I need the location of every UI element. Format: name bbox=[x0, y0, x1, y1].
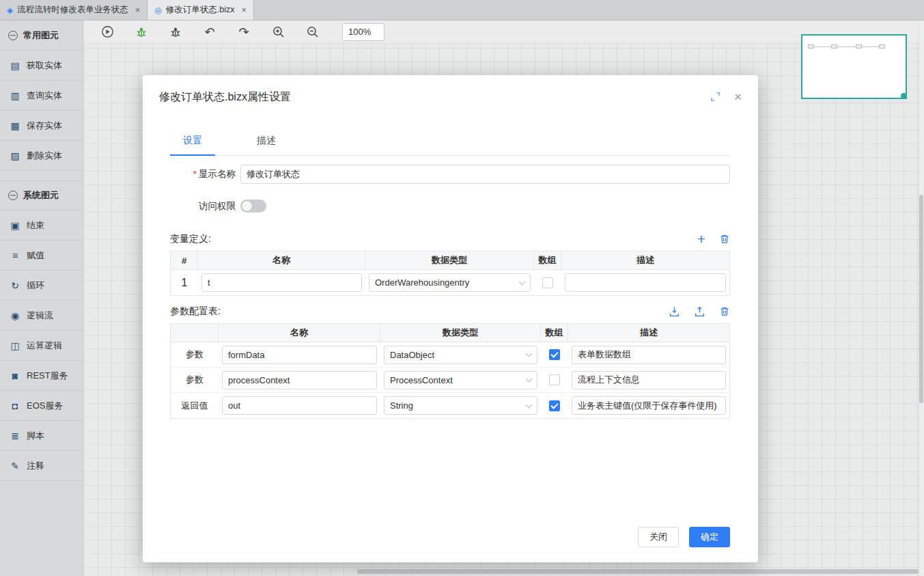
minimap[interactable] bbox=[801, 34, 907, 99]
debug-dark-icon[interactable] bbox=[169, 25, 182, 39]
tab-description[interactable]: 描述 bbox=[244, 135, 289, 155]
param-array-checkbox[interactable] bbox=[549, 374, 560, 385]
palette-item-logicflow[interactable]: ◉ 逻辑流 bbox=[0, 301, 83, 331]
tab-label: 流程流转时修改表单业务状态 bbox=[17, 4, 128, 16]
param-name-input[interactable] bbox=[222, 346, 377, 364]
param-kind: 返回值 bbox=[171, 393, 219, 418]
palette-item-comment[interactable]: ✎ 注释 bbox=[0, 451, 83, 481]
param-desc-input[interactable] bbox=[572, 371, 726, 389]
palette-item-calc-logic[interactable]: ◫ 运算逻辑 bbox=[0, 331, 83, 361]
col-name: 名称 bbox=[219, 324, 380, 342]
row-index: 1 bbox=[171, 270, 198, 295]
palette-item-query-entity[interactable]: ▥ 查询实体 bbox=[0, 81, 83, 111]
variables-table: # 名称 数据类型 数组 描述 1 OrderWarehousingentry bbox=[170, 251, 730, 296]
palette-label: 赋值 bbox=[27, 249, 44, 262]
palette-item-assign[interactable]: ≡ 赋值 bbox=[0, 241, 83, 271]
param-array-checkbox[interactable] bbox=[549, 400, 560, 411]
group-label: 常用图元 bbox=[23, 29, 59, 42]
params-table: 名称 数据类型 数组 描述 参数 DataObject bbox=[170, 323, 730, 419]
variables-label: 变量定义: bbox=[170, 233, 211, 245]
variables-table-header: # 名称 数据类型 数组 描述 bbox=[171, 251, 729, 270]
editor-tabbar: ◈ 流程流转时修改表单业务状态 × ◎ 修改订单状态.bizx × bbox=[0, 0, 924, 20]
param-kind: 参数 bbox=[171, 342, 219, 367]
close-button[interactable]: 关闭 bbox=[638, 527, 679, 547]
params-table-header: 名称 数据类型 数组 描述 bbox=[171, 324, 729, 342]
palette-item-end[interactable]: ▣ 结束 bbox=[0, 210, 83, 241]
dialog-footer: 关闭 确定 bbox=[638, 527, 730, 547]
variable-name-input[interactable] bbox=[201, 273, 362, 292]
param-desc-input[interactable] bbox=[572, 396, 726, 415]
display-name-row: *显示名称 bbox=[170, 165, 730, 184]
required-mark: * bbox=[193, 169, 197, 179]
param-type-select[interactable]: ProcessContext bbox=[384, 371, 537, 389]
param-name-input[interactable] bbox=[222, 396, 377, 415]
ok-button[interactable]: 确定 bbox=[689, 527, 730, 547]
logicflow-icon: ◉ bbox=[10, 311, 20, 320]
group-label: 系统图元 bbox=[23, 189, 59, 202]
palette-group-common[interactable]: 常用图元 bbox=[0, 20, 83, 51]
zoom-level-field[interactable]: 100% bbox=[342, 23, 384, 41]
display-name-input[interactable] bbox=[240, 165, 730, 184]
variable-type-select[interactable]: OrderWarehousingentry bbox=[369, 273, 531, 292]
tab-settings[interactable]: 设置 bbox=[170, 135, 215, 155]
palette-label: 注释 bbox=[27, 460, 44, 472]
redo-icon[interactable]: ↷ bbox=[237, 25, 251, 39]
palette-group-system[interactable]: 系统图元 bbox=[0, 180, 83, 210]
params-label: 参数配置表: bbox=[170, 305, 221, 318]
palette-item-loop[interactable]: ↻ 循环 bbox=[0, 271, 83, 301]
palette-item-save-entity[interactable]: ▦ 保存实体 bbox=[0, 111, 83, 141]
close-icon[interactable]: × bbox=[734, 90, 742, 103]
close-icon[interactable]: × bbox=[242, 5, 247, 15]
delete-params-icon[interactable] bbox=[719, 306, 730, 317]
undo-icon[interactable]: ↶ bbox=[203, 25, 216, 39]
variable-desc-input[interactable] bbox=[565, 273, 726, 292]
col-desc: 描述 bbox=[561, 251, 729, 269]
script-icon: ≣ bbox=[10, 431, 20, 441]
palette-item-eos-service[interactable]: ◘ EOS服务 bbox=[0, 391, 83, 421]
add-variable-icon[interactable]: + bbox=[697, 234, 705, 245]
palette-item-rest-service[interactable]: ◙ REST服务 bbox=[0, 361, 83, 391]
param-row-processcontext: 参数 ProcessContext bbox=[171, 368, 729, 393]
palette-label: 查询实体 bbox=[27, 90, 62, 102]
entity-delete-icon: ▨ bbox=[10, 151, 20, 161]
import-params-icon[interactable] bbox=[669, 306, 680, 318]
access-label: 访问权限 bbox=[170, 200, 236, 212]
debug-green-icon[interactable] bbox=[135, 25, 148, 39]
col-kind bbox=[171, 324, 219, 342]
col-index: # bbox=[171, 251, 198, 269]
zoom-out-icon[interactable] bbox=[305, 25, 319, 39]
tab-process-flow[interactable]: ◈ 流程流转时修改表单业务状态 × bbox=[0, 0, 148, 20]
selected-type: DataObject bbox=[390, 350, 434, 360]
param-desc-input[interactable] bbox=[572, 346, 726, 364]
delete-variable-icon[interactable] bbox=[719, 234, 730, 245]
tab-label: 修改订单状态.bizx bbox=[166, 4, 235, 16]
vertical-scrollbar-thumb[interactable] bbox=[919, 195, 923, 403]
close-icon[interactable]: × bbox=[135, 5, 141, 15]
variable-array-checkbox[interactable] bbox=[542, 277, 553, 288]
param-type-select[interactable]: String bbox=[384, 396, 537, 415]
vertical-scrollbar-track[interactable] bbox=[919, 20, 924, 576]
palette-item-get-entity[interactable]: ▤ 获取实体 bbox=[0, 51, 83, 81]
param-array-checkbox[interactable] bbox=[549, 349, 560, 360]
palette-label: 循环 bbox=[27, 279, 44, 292]
horizontal-scrollbar-thumb[interactable] bbox=[357, 569, 919, 574]
run-icon[interactable] bbox=[100, 25, 114, 39]
selected-type: ProcessContext bbox=[390, 375, 453, 385]
palette-item-script[interactable]: ≣ 脚本 bbox=[0, 421, 83, 451]
param-row-out: 返回值 String bbox=[171, 393, 729, 418]
minimap-resize-handle[interactable] bbox=[901, 93, 907, 99]
param-name-input[interactable] bbox=[222, 371, 377, 389]
palette-label: 结束 bbox=[27, 219, 44, 232]
param-row-formdata: 参数 DataObject bbox=[171, 342, 729, 368]
fullscreen-icon[interactable] bbox=[710, 92, 720, 102]
chevron-down-icon bbox=[526, 351, 533, 357]
bizx-target-icon: ◎ bbox=[154, 6, 161, 14]
zoom-in-icon[interactable] bbox=[271, 25, 285, 39]
tab-modify-order-status[interactable]: ◎ 修改订单状态.bizx × bbox=[148, 0, 254, 20]
access-toggle[interactable] bbox=[240, 200, 266, 212]
palette-item-delete-entity[interactable]: ▨ 删除实体 bbox=[0, 141, 83, 171]
palette-label: 运算逻辑 bbox=[27, 340, 62, 352]
selected-type: String bbox=[390, 400, 413, 411]
param-type-select[interactable]: DataObject bbox=[384, 346, 537, 364]
export-params-icon[interactable] bbox=[694, 306, 705, 318]
